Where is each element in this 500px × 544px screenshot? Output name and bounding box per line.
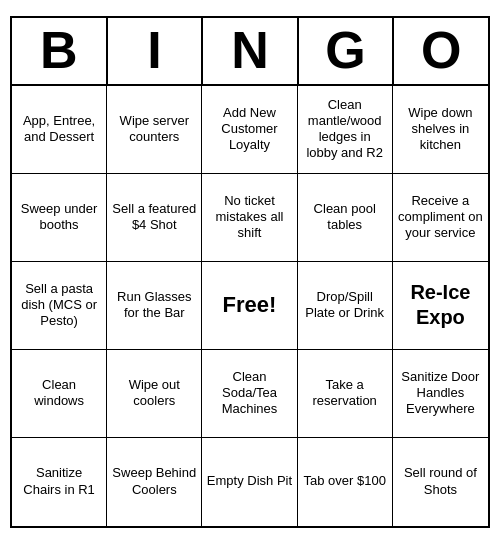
bingo-cell-11[interactable]: Run Glasses for the Bar xyxy=(107,262,202,350)
bingo-grid: App, Entree, and DessertWipe server coun… xyxy=(12,86,488,526)
header-letter-i: I xyxy=(108,18,204,85)
bingo-card: BINGO App, Entree, and DessertWipe serve… xyxy=(10,16,490,527)
bingo-cell-7[interactable]: No ticket mistakes all shift xyxy=(202,174,297,262)
bingo-cell-15[interactable]: Clean windows xyxy=(12,350,107,438)
bingo-cell-17[interactable]: Clean Soda/Tea Machines xyxy=(202,350,297,438)
header-letter-g: G xyxy=(299,18,395,85)
bingo-cell-8[interactable]: Clean pool tables xyxy=(298,174,393,262)
header-letter-o: O xyxy=(394,18,488,85)
bingo-cell-10[interactable]: Sell a pasta dish (MCS or Pesto) xyxy=(12,262,107,350)
header-letter-b: B xyxy=(12,18,108,85)
bingo-cell-4[interactable]: Wipe down shelves in kitchen xyxy=(393,86,488,174)
bingo-cell-16[interactable]: Wipe out coolers xyxy=(107,350,202,438)
bingo-cell-18[interactable]: Take a reservation xyxy=(298,350,393,438)
bingo-cell-6[interactable]: Sell a featured $4 Shot xyxy=(107,174,202,262)
bingo-cell-24[interactable]: Sell round of Shots xyxy=(393,438,488,526)
bingo-cell-3[interactable]: Clean mantle/wood ledges in lobby and R2 xyxy=(298,86,393,174)
bingo-cell-2[interactable]: Add New Customer Loyalty xyxy=(202,86,297,174)
bingo-cell-20[interactable]: Sanitize Chairs in R1 xyxy=(12,438,107,526)
bingo-cell-1[interactable]: Wipe server counters xyxy=(107,86,202,174)
bingo-cell-5[interactable]: Sweep under booths xyxy=(12,174,107,262)
bingo-cell-21[interactable]: Sweep Behind Coolers xyxy=(107,438,202,526)
bingo-cell-14[interactable]: Re-Ice Expo xyxy=(393,262,488,350)
bingo-cell-0[interactable]: App, Entree, and Dessert xyxy=(12,86,107,174)
bingo-cell-19[interactable]: Sanitize Door Handles Everywhere xyxy=(393,350,488,438)
bingo-cell-12[interactable]: Free! xyxy=(202,262,297,350)
bingo-cell-13[interactable]: Drop/Spill Plate or Drink xyxy=(298,262,393,350)
bingo-cell-9[interactable]: Receive a compliment on your service xyxy=(393,174,488,262)
bingo-cell-23[interactable]: Tab over $100 xyxy=(298,438,393,526)
header-letter-n: N xyxy=(203,18,299,85)
bingo-cell-22[interactable]: Empty Dish Pit xyxy=(202,438,297,526)
bingo-header: BINGO xyxy=(12,18,488,85)
